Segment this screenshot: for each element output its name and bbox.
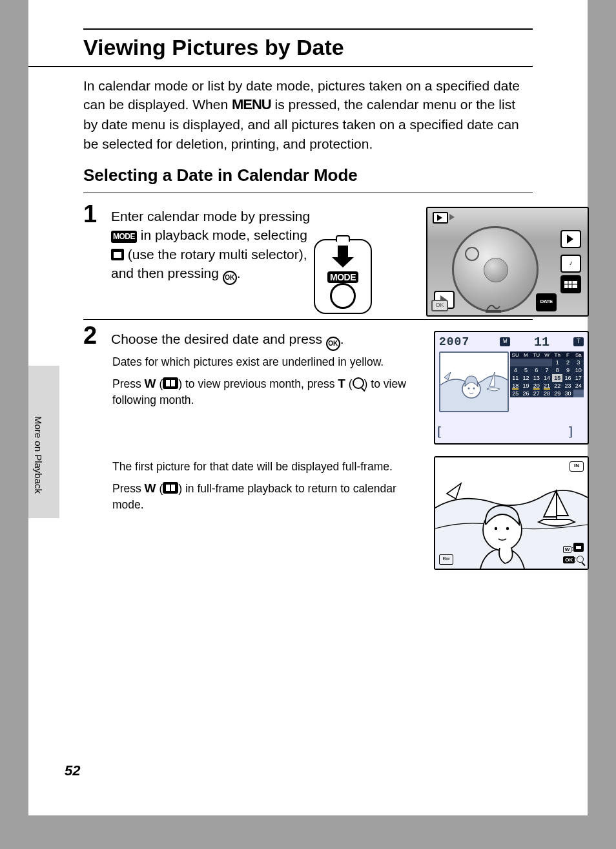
calendar-cell: 11 [510,374,520,382]
step1-line2b: (use the rotary multi selector), and the… [111,247,307,280]
side-tab-label: More on Playback [33,416,44,494]
ok-chip: OK [563,556,575,563]
intro-paragraph: In calendar mode or list by date mode, p… [83,76,533,153]
magnify-small-icon [577,556,584,563]
calendar-cell: 3 [573,359,584,366]
calendar-cell: . [573,390,584,397]
calendar-month: 11 [534,335,549,350]
step2-body4: Press W () in full-frame playback to ret… [112,480,416,513]
step1-line2a: in playback mode, selecting [141,227,307,242]
page-title: Viewing Pictures by Date [83,35,344,60]
step2-head-before: Choose the desired date and press [111,331,326,346]
rule-under-title [28,66,533,67]
calendar-row: 45678910 [510,366,584,374]
t: Press [112,377,145,390]
calendar-cell: 16 [562,374,573,382]
calendar-cell: 7 [542,366,552,374]
calendar-cell: 26 [520,390,531,397]
list-by-date-mode-icon: DATE [536,293,557,311]
calendar-row: ....123 [510,359,584,366]
calendar-dow-cell: Th [552,351,562,359]
lcd-fullframe-view: IN W: OK: Bм [434,456,589,570]
t: ( [156,482,163,495]
calendar-year: 2007 [439,335,469,348]
calendar-row: 252627282930. [510,390,584,397]
calendar-cell: 25 [510,390,520,397]
step1-line1: Enter calendar mode by pressing [111,209,310,224]
svg-point-9 [473,388,475,390]
step-2-heading: Choose the desired date and press OK. [111,330,421,351]
calendar-cell: 1 [552,359,562,366]
calendar-cell: . [510,359,520,366]
step2-body1: Dates for which pictures exist are under… [112,354,409,370]
svg-point-13 [506,527,509,530]
calendar-cell: 28 [542,390,552,397]
calendar-dow-cell: M [520,351,531,359]
thumbnail-icon [163,482,178,494]
mode-label: MODE [327,271,358,283]
dial-center [484,258,508,282]
calendar-cell: 23 [562,382,573,390]
calendar-mode-icon [560,275,581,293]
svg-point-8 [468,388,470,390]
t-button-label: T [338,377,345,390]
calendar-cell: 13 [531,374,542,382]
selection-brackets-icon: [ ] [435,424,510,439]
rule-top [83,28,533,30]
ok-hint-icon: OK: [563,556,584,563]
calendar-dow-cell: F [562,351,573,359]
calendar-cell: 9 [562,366,573,374]
calendar-cell: 5 [520,366,531,374]
calendar-cell: 21 [542,382,552,390]
calendar-grid: SUMTUWThFSa ....123456789101112131415161… [510,351,584,397]
rule-between-steps [83,319,533,320]
print-mode-icon [484,299,502,314]
svg-rect-2 [564,278,577,281]
calendar-header: 2007 W 11 T [439,335,584,349]
calendar-dow-cell: W [542,351,552,359]
down-arrow-icon [338,246,348,258]
calendar-cell: 2 [562,359,573,366]
thumbnail-icon [163,377,178,389]
calendar-cell: 27 [531,390,542,397]
ok-button-icon: OK [326,337,340,351]
mode-notch [336,235,350,242]
chevron-right-icon [449,214,455,220]
calendar-cell: . [542,359,552,366]
rule-under-subtitle [83,193,533,193]
w-button-label: W [145,481,156,495]
pictmotion-mode-icon: ♪ [560,255,581,273]
w-hint-icon: W: [563,543,584,553]
calendar-icon [111,249,124,260]
lcd-playback-mode-menu: ♪ DATE OK [426,207,589,317]
calendar-cell: 15 [552,374,562,382]
magnify-icon [353,377,364,389]
section-subtitle: Selecting a Date in Calendar Mode [83,165,358,185]
step2-body3: The first picture for that date will be … [112,459,416,475]
ok-indicator: OK [431,300,448,311]
internal-memory-icon: IN [570,461,584,472]
calendar-thumbnail [439,351,509,412]
step1-period: . [237,266,241,280]
mode-button-illustration: MODE [314,239,372,314]
bm-indicator-icon: Bм [439,554,453,565]
calendar-cell: 6 [531,366,542,374]
calendar-row: 18192021222324 [510,382,584,390]
calendar-dow-cell: TU [531,351,542,359]
ok-button-icon: OK [223,271,237,285]
t: ) to view previous month, press [178,377,338,390]
svg-rect-0 [486,310,501,313]
step2-head-after: . [340,331,344,346]
step-2-body-lower: The first picture for that date will be … [112,459,416,513]
calendar-dow-row: SUMTUWThFSa [510,351,584,359]
calendar-cell: 14 [542,374,552,382]
manual-page: More on Playback Viewing Pictures by Dat… [28,0,588,815]
calendar-small-icon [573,543,584,552]
calendar-cell: . [531,359,542,366]
menu-icon: MENU [232,96,271,112]
step2-body2: Press W () to view previous month, press… [112,375,409,408]
playback-indicator-icon [433,212,448,224]
calendar-cell: . [520,359,531,366]
t: ( [345,377,353,390]
anniversary-mode-icon [462,247,480,262]
